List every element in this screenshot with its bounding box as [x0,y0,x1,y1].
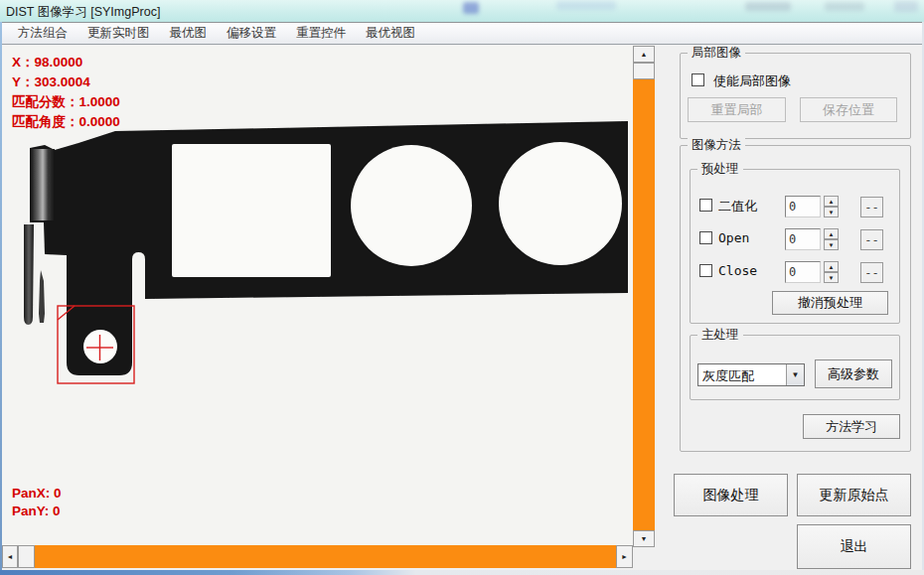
chevron-down-icon[interactable]: ▼ [786,364,804,385]
menu-item-reset-controls[interactable]: 重置控件 [286,23,356,44]
close-spinner[interactable]: ▲ ▼ [824,261,839,283]
reset-local-button[interactable]: 重置局部 [688,97,786,122]
pan-x-readout: PanX: 0 [12,486,62,501]
method-select-value: 灰度匹配 [698,364,786,385]
local-image-group: 局部图像 [680,53,911,139]
close-dash-frame: -- [860,262,883,283]
spin-up-button[interactable]: ▲ [824,261,839,272]
hscroll-right-button[interactable]: ► [616,545,633,568]
update-origin-button[interactable]: 更新原始点 [797,474,911,516]
titlebar-artifact [894,1,918,12]
match-y-readout: Y：303.0004 [12,73,90,91]
bracket-part [24,121,628,375]
enable-local-image-label: 使能局部图像 [713,72,791,90]
open-spinner[interactable]: ▲ ▼ [824,228,839,250]
spin-down-button[interactable]: ▼ [824,239,839,250]
open-value-input[interactable]: 0 [785,228,821,250]
close-checkbox[interactable] [699,264,712,277]
titlebar-artifact [825,2,864,11]
local-image-group-title: 局部图像 [688,46,745,61]
match-score-readout: 匹配分数：1.0000 [12,93,120,111]
spin-up-button[interactable]: ▲ [824,196,839,207]
open-label: Open [718,230,749,245]
app-window: DIST 图像学习 [SYImgProc] 方法组合 更新实时图 最优图 偏移设… [0,0,924,575]
binarize-spinner[interactable]: ▲ ▼ [824,196,839,217]
close-label: Close [718,263,757,278]
menubar: 方法组合 更新实时图 最优图 偏移设置 重置控件 最优视图 [0,22,924,45]
titlebar[interactable]: DIST 图像学习 [SYImgProc] [0,0,924,22]
open-dash-frame: -- [860,229,883,250]
vscroll-track[interactable] [633,79,655,530]
exit-button[interactable]: 退出 [797,524,911,569]
binarize-label: 二值化 [718,198,757,216]
titlebar-artifact [463,2,479,14]
hscroll-thumb[interactable] [18,545,35,568]
image-viewport[interactable]: X：98.0000 Y：303.0004 匹配分数：1.0000 匹配角度：0.… [2,46,633,545]
close-value-input[interactable]: 0 [785,261,821,283]
menu-item-offset-setup[interactable]: 偏移设置 [217,23,286,44]
titlebar-artifact [556,1,616,10]
vscroll-down-button[interactable]: ▼ [633,530,655,547]
match-angle-readout: 匹配角度：0.0000 [12,113,120,131]
image-process-button[interactable]: 图像处理 [674,474,788,516]
image-method-group-title: 图像方法 [688,138,745,153]
vscroll-thumb[interactable] [633,63,655,79]
hscroll-left-button[interactable]: ◄ [2,545,18,568]
vscroll-up-button[interactable]: ▲ [633,46,655,63]
window-left-border [0,22,2,570]
menu-item-method-combo[interactable]: 方法组合 [8,23,77,44]
open-checkbox[interactable] [699,231,712,244]
spin-down-button[interactable]: ▼ [824,207,839,217]
method-select[interactable]: 灰度匹配 ▼ [697,363,805,386]
window-title: DIST 图像学习 [SYImgProc] [6,4,160,21]
pan-y-readout: PanY: 0 [12,503,61,518]
method-learn-button[interactable]: 方法学习 [803,414,900,439]
binarize-dash-frame: -- [860,197,883,217]
undo-preprocess-button[interactable]: 撤消预处理 [772,291,888,315]
titlebar-artifact [745,2,791,11]
spin-up-button[interactable]: ▲ [824,228,839,239]
advanced-params-button[interactable]: 高级参数 [815,359,892,388]
hscroll-track[interactable] [35,545,616,568]
save-position-button[interactable]: 保存位置 [800,97,897,122]
spin-down-button[interactable]: ▼ [824,272,839,283]
preprocess-group-title: 预处理 [697,162,743,177]
window-bottom-border [0,570,924,575]
binarize-checkbox[interactable] [699,199,712,212]
binarize-value-input[interactable]: 0 [785,196,821,217]
enable-local-image-checkbox[interactable] [692,73,704,86]
main-process-group-title: 主处理 [697,328,743,343]
menu-item-best-image[interactable]: 最优图 [160,23,218,44]
menu-item-update-live[interactable]: 更新实时图 [77,23,160,44]
menu-item-best-view[interactable]: 最优视图 [356,23,425,44]
match-x-readout: X：98.0000 [12,54,82,72]
